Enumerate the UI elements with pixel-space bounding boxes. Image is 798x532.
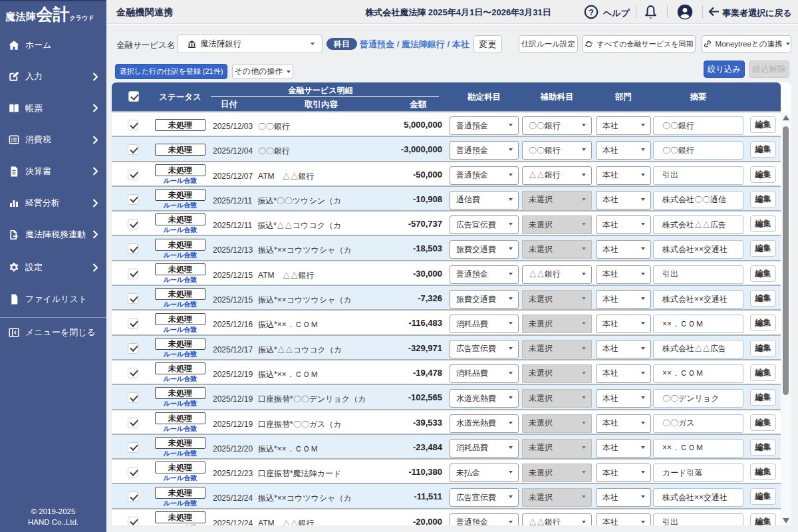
svg-text:?: ? xyxy=(589,8,594,17)
